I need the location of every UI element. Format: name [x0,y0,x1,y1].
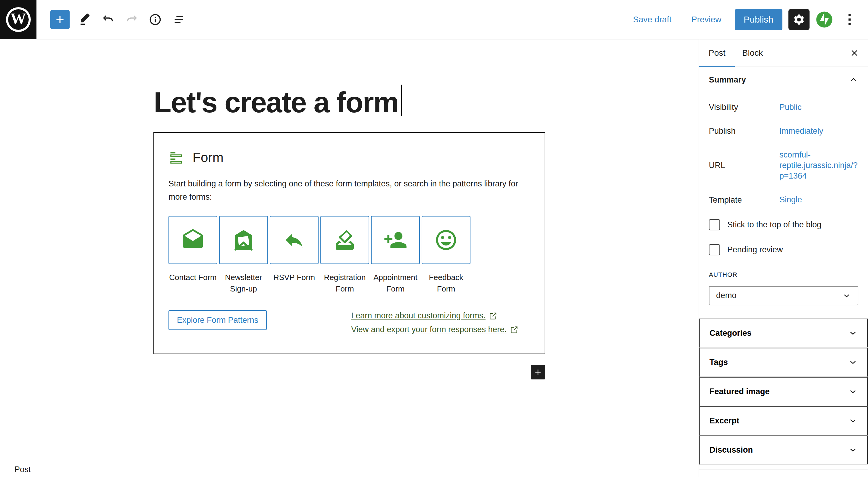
accordion-featured-image[interactable]: Featured image [699,377,868,406]
publish-row: Publish Immediately [709,126,858,136]
url-row: URL scornful-reptile.jurassic.ninja/?p=1… [709,150,858,181]
form-block-links: Learn more about customizing forms. View… [351,310,518,336]
publish-date-button[interactable]: Immediately [779,126,824,136]
smiley-icon [434,228,458,252]
template-tile-rsvp-form[interactable] [270,216,318,264]
form-block-icon [168,150,184,165]
author-select[interactable]: demo [709,286,858,305]
gear-icon [793,13,805,26]
url-label: URL [709,161,779,170]
pending-checkbox-row: Pending review [709,244,858,255]
plus-icon [54,13,66,26]
template-tile-registration-form[interactable] [320,216,369,264]
template-label: Registration Form [320,272,369,295]
sticky-checkbox-label: Stick to the top of the blog [727,220,821,230]
form-block-title: Form [193,150,224,165]
author-select-value: demo [716,291,737,300]
form-template-labels: Contact Form Newsletter Sign-up RSVP For… [168,272,530,295]
jetpack-button[interactable] [815,10,834,29]
breadcrumb: Post [14,465,31,474]
template-tile-appointment-form[interactable] [371,216,420,264]
template-label: Feedback Form [422,272,470,295]
visibility-row: Visibility Public [709,102,858,113]
chevron-down-icon [842,291,851,300]
url-value-button[interactable]: scornful-reptile.jurassic.ninja/?p=1364 [779,150,858,181]
publish-label: Publish [709,127,779,136]
chevron-down-icon [848,387,858,396]
sticky-checkbox-row: Stick to the top of the blog [709,219,858,230]
form-template-tiles [168,216,530,264]
accordion-tags[interactable]: Tags [699,348,868,377]
template-tile-contact-form[interactable] [168,216,217,264]
accordion-excerpt[interactable]: Excerpt [699,406,868,436]
post-title-field[interactable]: Let's create a form [154,84,545,119]
form-block-description: Start building a form by selecting one o… [168,177,527,204]
tab-block[interactable]: Block [735,39,770,67]
chevron-up-icon [849,75,858,84]
template-value-button[interactable]: Single [779,195,802,205]
newsletter-envelope-icon [231,228,255,252]
wordpress-logo[interactable]: W [0,0,36,39]
editor-toolbar: W Save draft Preview Publish [0,0,868,39]
settings-toggle-button[interactable] [788,9,809,30]
toolbar-left-group [50,10,187,29]
person-add-icon [383,228,407,252]
customize-forms-link[interactable]: Learn more about customizing forms. [351,310,518,321]
block-inserter-toggle-button[interactable] [50,10,70,29]
list-view-button[interactable] [170,11,187,28]
sticky-checkbox[interactable] [709,219,720,230]
summary-panel-header[interactable]: Summary [709,75,858,84]
summary-title: Summary [709,75,746,84]
pending-checkbox-label: Pending review [727,245,783,254]
text-caret [401,84,402,116]
chevron-down-icon [848,357,858,367]
accordion-categories[interactable]: Categories [699,318,868,348]
chevron-down-icon [848,328,858,338]
details-button[interactable] [147,11,164,28]
editor-canvas: Let's create a form Form Start building … [0,39,699,477]
more-options-button[interactable] [842,9,857,30]
wordpress-icon: W [6,7,31,32]
save-draft-button[interactable]: Save draft [633,15,672,24]
sidebar-tabs: Post Block [699,39,868,67]
template-row: Template Single [709,195,858,205]
summary-panel: Summary Visibility Public Publish Immedi… [699,67,868,318]
form-block-header: Form [168,150,530,165]
footer-breadcrumb-bar: Post [0,462,699,477]
external-link-icon [489,312,497,320]
form-responses-link[interactable]: View and export your form responses here… [351,324,518,336]
tab-post[interactable]: Post [699,39,735,67]
template-label: RSVP Form [270,272,318,295]
post-title-text: Let's create a form [154,86,398,118]
summary-rows: Visibility Public Publish Immediately UR… [709,102,858,205]
info-icon [148,13,162,27]
visibility-label: Visibility [709,103,779,112]
add-block-button[interactable] [531,365,545,379]
template-label: Template [709,196,779,205]
pending-review-checkbox[interactable] [709,244,720,255]
accordion-discussion[interactable]: Discussion [699,436,868,465]
preview-button[interactable]: Preview [691,15,721,24]
settings-sidebar: Post Block Summary Visibility Public Pub… [699,39,868,477]
edit-tool-button[interactable] [76,11,93,28]
author-label: AUTHOR [709,271,858,278]
list-view-icon [172,13,186,27]
chevron-down-icon [848,445,858,455]
form-block-placeholder: Form Start building a form by selecting … [153,132,545,354]
envelope-open-icon [181,228,205,252]
redo-button[interactable] [123,11,140,28]
template-tile-newsletter-signup[interactable] [219,216,268,264]
visibility-value-button[interactable]: Public [779,102,802,113]
explore-form-patterns-button[interactable]: Explore Form Patterns [168,310,267,330]
panel-divider [699,465,868,470]
undo-button[interactable] [100,11,117,28]
undo-icon [101,13,115,27]
template-tile-feedback-form[interactable] [422,216,470,264]
close-sidebar-button[interactable] [841,39,868,67]
pencil-icon [78,13,91,26]
publish-button[interactable]: Publish [735,9,782,30]
external-link-icon [510,326,518,334]
form-block-actions: Explore Form Patterns Learn more about c… [168,310,530,346]
ballot-box-icon [333,228,357,252]
template-label: Newsletter Sign-up [219,272,268,295]
